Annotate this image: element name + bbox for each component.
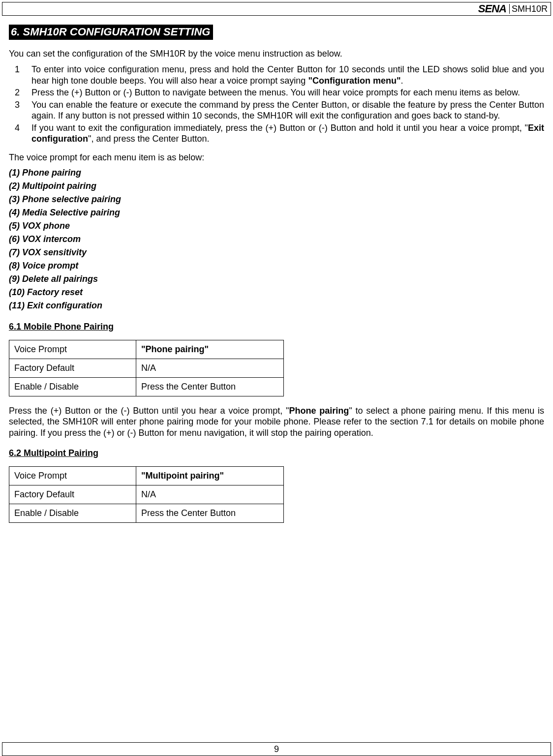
- step-number: 2: [15, 87, 31, 98]
- header-bar: SENA SMH10R: [2, 2, 551, 16]
- step-item: 2Press the (+) Button or (-) Button to n…: [9, 87, 544, 98]
- step-item: 3You can enable the feature or execute t…: [9, 99, 544, 121]
- step-number: 4: [15, 122, 31, 145]
- cell-label: Voice Prompt: [9, 340, 136, 359]
- steps-list: 1To enter into voice configuration menu,…: [9, 64, 544, 145]
- menu-item: (7) VOX sensitivity: [9, 247, 544, 258]
- menu-item: (6) VOX intercom: [9, 234, 544, 244]
- cell-value: Press the Center Button: [136, 504, 284, 523]
- step-item: 4If you want to exit the configuration i…: [9, 122, 544, 145]
- menu-item: (8) Voice prompt: [9, 261, 544, 271]
- step-number: 3: [15, 99, 31, 121]
- cell-value: "Multipoint pairing": [136, 467, 284, 485]
- intro-text: You can set the configuration of the SMH…: [9, 49, 544, 59]
- menu-item: (5) VOX phone: [9, 221, 544, 231]
- cell-value: Press the Center Button: [136, 377, 284, 396]
- menu-item: (9) Delete all pairings: [9, 274, 544, 284]
- table-row: Enable / Disable Press the Center Button: [9, 377, 284, 396]
- table-row: Voice Prompt "Phone pairing": [9, 340, 284, 359]
- table-row: Factory Default N/A: [9, 485, 284, 504]
- menu-item: (2) Multipoint pairing: [9, 181, 544, 191]
- step-text: You can enable the feature or execute th…: [31, 99, 544, 121]
- step-text: Press the (+) Button or (-) Button to na…: [31, 87, 544, 98]
- cell-label: Voice Prompt: [9, 467, 136, 485]
- model-label: SMH10R: [512, 4, 548, 14]
- step-text: To enter into voice configuration menu, …: [31, 64, 544, 86]
- brand-logo: SENA: [478, 2, 506, 15]
- page-number: 9: [274, 744, 279, 755]
- cell-label: Factory Default: [9, 485, 136, 504]
- cell-label: Enable / Disable: [9, 377, 136, 396]
- table-6-1: Voice Prompt "Phone pairing" Factory Def…: [9, 340, 284, 396]
- footer-bar: 9: [2, 742, 551, 756]
- table-row: Enable / Disable Press the Center Button: [9, 504, 284, 523]
- menu-item: (1) Phone pairing: [9, 168, 544, 178]
- header-divider: [509, 4, 510, 14]
- menu-item: (11) Exit configuration: [9, 301, 544, 311]
- menu-item: (10) Factory reset: [9, 287, 544, 298]
- table-row: Factory Default N/A: [9, 359, 284, 377]
- step-item: 1To enter into voice configuration menu,…: [9, 64, 544, 86]
- step-text: If you want to exit the configuration im…: [31, 122, 544, 145]
- cell-value: "Phone pairing": [136, 340, 284, 359]
- subheading-6-2: 6.2 Multipoint Pairing: [9, 448, 544, 458]
- menu-list: (1) Phone pairing(2) Multipoint pairing(…: [9, 168, 544, 311]
- menu-item: (3) Phone selective pairing: [9, 194, 544, 205]
- table-row: Voice Prompt "Multipoint pairing": [9, 467, 284, 485]
- cell-value: N/A: [136, 485, 284, 504]
- cell-label: Enable / Disable: [9, 504, 136, 523]
- cell-value: N/A: [136, 359, 284, 377]
- cell-label: Factory Default: [9, 359, 136, 377]
- paragraph-6-1: Press the (+) Button or the (-) Button u…: [9, 405, 544, 439]
- step-number: 1: [15, 64, 31, 86]
- section-heading: 6. SMH10R CONFIGURATION SETTING: [9, 25, 213, 40]
- menu-item: (4) Media Selective pairing: [9, 208, 544, 218]
- voice-prompt-title: The voice prompt for each menu item is a…: [9, 152, 544, 163]
- table-6-2: Voice Prompt "Multipoint pairing" Factor…: [9, 466, 284, 523]
- subheading-6-1: 6.1 Mobile Phone Pairing: [9, 322, 544, 332]
